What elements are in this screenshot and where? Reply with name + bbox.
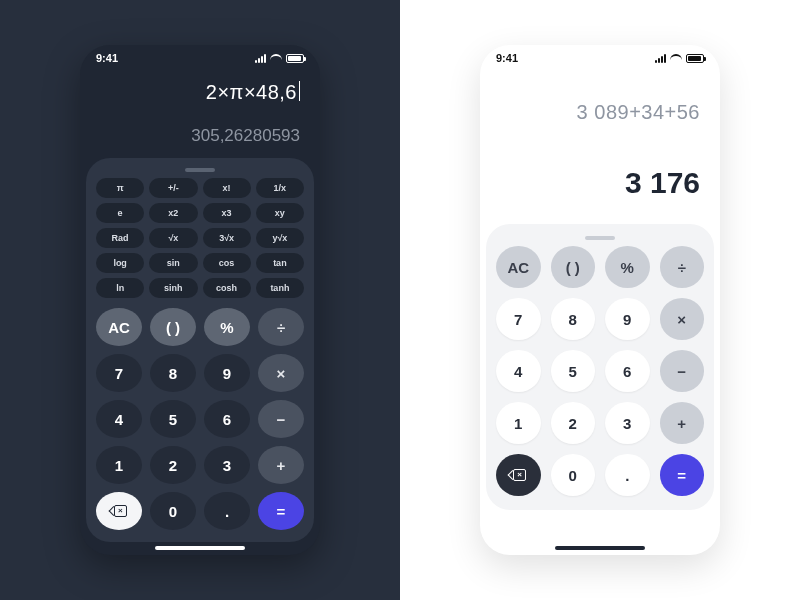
key-2[interactable]: 2 xyxy=(150,446,196,484)
wifi-icon xyxy=(670,54,682,63)
key-subtract[interactable]: − xyxy=(258,400,304,438)
battery-icon xyxy=(286,54,304,63)
key-cbrt[interactable]: 3√x xyxy=(203,228,251,248)
key-7[interactable]: 7 xyxy=(96,354,142,392)
keypad-panel: π +/- x! 1/x e x2 x3 xy Rad √x 3√x y√x l… xyxy=(86,158,314,542)
cellular-icon xyxy=(655,54,666,63)
key-6[interactable]: 6 xyxy=(204,400,250,438)
key-0[interactable]: 0 xyxy=(150,492,196,530)
key-dot[interactable]: . xyxy=(204,492,250,530)
key-percent[interactable]: % xyxy=(605,246,650,288)
key-x2[interactable]: x2 xyxy=(149,203,197,223)
key-7[interactable]: 7 xyxy=(496,298,541,340)
calculator-phone-light: 9:41 3 089+34+56 3 176 AC ( ) % ÷ xyxy=(480,45,720,555)
key-8[interactable]: 8 xyxy=(150,354,196,392)
status-icons xyxy=(655,54,704,63)
key-1[interactable]: 1 xyxy=(496,402,541,444)
key-sign[interactable]: +/- xyxy=(149,178,197,198)
key-5[interactable]: 5 xyxy=(551,350,596,392)
cellular-icon xyxy=(255,54,266,63)
key-paren[interactable]: ( ) xyxy=(150,308,196,346)
calculator-phone-dark: 9:41 2×π×48,6 305,26280593 π +/- x xyxy=(80,45,320,555)
key-yroot[interactable]: y√x xyxy=(256,228,304,248)
key-3[interactable]: 3 xyxy=(204,446,250,484)
key-multiply[interactable]: × xyxy=(660,298,705,340)
wifi-icon xyxy=(270,54,282,63)
home-indicator-icon[interactable] xyxy=(555,546,645,550)
key-ln[interactable]: ln xyxy=(96,278,144,298)
key-ac[interactable]: AC xyxy=(496,246,541,288)
key-tan[interactable]: tan xyxy=(256,253,304,273)
key-xy[interactable]: xy xyxy=(256,203,304,223)
key-percent[interactable]: % xyxy=(204,308,250,346)
status-time: 9:41 xyxy=(96,52,118,64)
key-log[interactable]: log xyxy=(96,253,144,273)
key-multiply[interactable]: × xyxy=(258,354,304,392)
key-3[interactable]: 3 xyxy=(605,402,650,444)
key-sqrt[interactable]: √x xyxy=(149,228,197,248)
key-0[interactable]: 0 xyxy=(551,454,596,496)
result-line: 3 176 xyxy=(500,166,700,200)
key-add[interactable]: + xyxy=(660,402,705,444)
key-backspace[interactable]: × xyxy=(496,454,541,496)
main-keys: AC ( ) % ÷ 7 8 9 × 4 5 6 − 1 2 3 + × xyxy=(496,246,704,496)
calculator-display: 2×π×48,6 305,26280593 xyxy=(80,71,320,152)
status-bar: 9:41 xyxy=(80,45,320,71)
key-subtract[interactable]: − xyxy=(660,350,705,392)
result-line: 305,26280593 xyxy=(100,126,300,146)
home-indicator-icon[interactable] xyxy=(155,546,245,550)
key-divide[interactable]: ÷ xyxy=(660,246,705,288)
main-keys: AC ( ) % ÷ 7 8 9 × 4 5 6 − 1 2 3 + × xyxy=(96,308,304,530)
key-divide[interactable]: ÷ xyxy=(258,308,304,346)
key-recip[interactable]: 1/x xyxy=(256,178,304,198)
key-9[interactable]: 9 xyxy=(605,298,650,340)
key-equals[interactable]: = xyxy=(258,492,304,530)
expression-line: 2×π×48,6 xyxy=(100,81,300,104)
key-6[interactable]: 6 xyxy=(605,350,650,392)
key-factorial[interactable]: x! xyxy=(203,178,251,198)
key-4[interactable]: 4 xyxy=(96,400,142,438)
key-9[interactable]: 9 xyxy=(204,354,250,392)
key-equals[interactable]: = xyxy=(660,454,705,496)
key-2[interactable]: 2 xyxy=(551,402,596,444)
key-rad[interactable]: Rad xyxy=(96,228,144,248)
key-sinh[interactable]: sinh xyxy=(149,278,197,298)
key-sin[interactable]: sin xyxy=(149,253,197,273)
key-dot[interactable]: . xyxy=(605,454,650,496)
key-paren[interactable]: ( ) xyxy=(551,246,596,288)
keypad-panel: AC ( ) % ÷ 7 8 9 × 4 5 6 − 1 2 3 + × xyxy=(486,224,714,510)
drag-handle-icon[interactable] xyxy=(185,168,215,172)
status-icons xyxy=(255,54,304,63)
scientific-keys: π +/- x! 1/x e x2 x3 xy Rad √x 3√x y√x l… xyxy=(96,178,304,298)
expression-text: 2×π×48,6 xyxy=(206,81,297,103)
backspace-icon: × xyxy=(510,469,526,481)
key-e[interactable]: e xyxy=(96,203,144,223)
status-bar: 9:41 xyxy=(480,45,720,71)
expression-line: 3 089+34+56 xyxy=(500,101,700,124)
key-backspace[interactable]: × xyxy=(96,492,142,530)
text-cursor-icon xyxy=(299,81,300,101)
key-4[interactable]: 4 xyxy=(496,350,541,392)
key-ac[interactable]: AC xyxy=(96,308,142,346)
key-1[interactable]: 1 xyxy=(96,446,142,484)
key-cosh[interactable]: cosh xyxy=(203,278,251,298)
key-add[interactable]: + xyxy=(258,446,304,484)
drag-handle-icon[interactable] xyxy=(585,236,615,240)
key-tanh[interactable]: tanh xyxy=(256,278,304,298)
status-time: 9:41 xyxy=(496,52,518,64)
key-cos[interactable]: cos xyxy=(203,253,251,273)
calculator-display: 3 089+34+56 3 176 xyxy=(480,71,720,206)
backspace-icon: × xyxy=(111,505,127,517)
battery-icon xyxy=(686,54,704,63)
key-pi[interactable]: π xyxy=(96,178,144,198)
key-x3[interactable]: x3 xyxy=(203,203,251,223)
key-5[interactable]: 5 xyxy=(150,400,196,438)
key-8[interactable]: 8 xyxy=(551,298,596,340)
